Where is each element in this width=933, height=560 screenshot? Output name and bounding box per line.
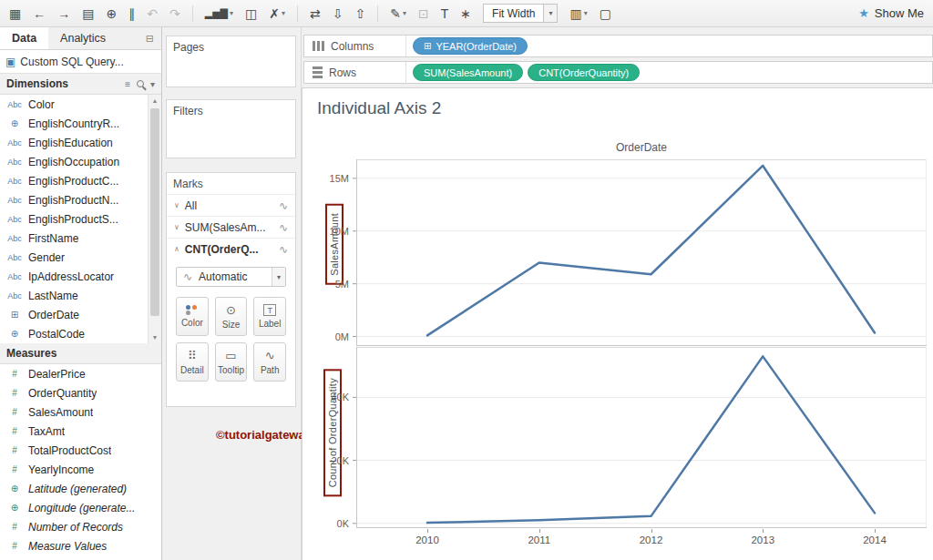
presentation-mode-icon[interactable]: ▢ [600,7,611,20]
undo-icon[interactable]: ↶ [147,7,158,20]
field-englishoccupation[interactable]: AbcEnglishOccupation [0,152,161,171]
pause-updates-icon[interactable]: ∥ [128,7,135,20]
fit-selector[interactable]: Fit Width▾ [483,4,558,23]
marks-layer-sum-salesam[interactable]: ∨SUM(SalesAm...∿ [167,216,295,238]
field-taxamt[interactable]: #TaxAmt [0,422,161,441]
datasource-label: Custom SQL Query... [20,56,123,68]
field-englisheducation[interactable]: AbcEnglishEducation [0,133,161,152]
columns-shelf[interactable]: Columns ⊞YEAR(OrderDate) [303,35,933,57]
search-icon[interactable] [137,80,144,87]
field-englishproductn[interactable]: AbcEnglishProductN... [0,190,161,209]
view-options-icon[interactable]: ≡ [125,79,130,89]
field-type-icon: # [4,369,26,379]
field-label: TotalProductCost [28,444,111,457]
field-type-icon: # [4,407,26,417]
field-type-icon: Abc [4,100,26,109]
field-orderquantity[interactable]: #OrderQuantity [0,383,161,402]
marks-layer-cnt-orderq[interactable]: ∧CNT(OrderQ...∿ [167,238,295,260]
field-firstname[interactable]: AbcFirstName [0,229,161,248]
field-longitude-generate[interactable]: ⊕Longitude (generate... [0,498,161,517]
scroll-down-icon[interactable]: ▼ [149,334,161,341]
field-ipaddresslocator[interactable]: AbcIpAddressLocator [0,267,161,286]
marks-layer-all[interactable]: ∨All∿ [167,194,295,216]
field-latitude-generated[interactable]: ⊕Latitude (generated) [0,479,161,498]
toolbar-separator [377,5,378,22]
redo-icon[interactable]: ↷ [169,7,180,20]
chevron-icon: ∨ [174,223,179,231]
back-icon[interactable]: ← [33,7,46,20]
sort-descending-icon[interactable]: ⇧ [355,7,366,20]
show-me-button[interactable]: ★Show Me [858,6,924,20]
detail-button[interactable]: ⠿Detail [176,342,209,382]
datasource-row[interactable]: ▣ Custom SQL Query... [0,50,161,74]
field-label: EnglishProductC... [28,175,118,188]
mark-type-dropdown[interactable]: ∿ Automatic ▾ [176,267,286,287]
field-measure-values[interactable]: #Measure Values [0,536,161,555]
field-label: EnglishOccupation [28,156,119,168]
pill-label: CNT(OrderQuantity) [538,67,629,78]
chart-panel-orderquantity[interactable]: 0K20K40K [314,347,927,528]
show-hide-cards-icon[interactable]: ▥▾ [569,7,587,20]
color-button[interactable]: Color [176,297,209,336]
pages-shelf[interactable]: Pages [166,36,296,87]
tab-data[interactable]: Data [0,27,48,49]
measures-title: Measures [6,347,56,360]
chevron-down-icon: ▾ [282,10,285,17]
fix-axes-icon[interactable]: ∗ [460,7,471,20]
chart-panel-salesamount[interactable]: 0M5M10M15M [314,159,927,346]
add-datasource-icon[interactable]: ⊕ [106,7,117,20]
clear-sheet-icon[interactable]: ✗▾ [269,7,285,20]
pane-tabs: Data Analytics ⊟ [0,27,161,50]
measures-list: #DealerPrice#OrderQuantity#SalesAmount#T… [0,364,161,555]
label-icon: T [263,304,276,316]
pill-sum-salesamount[interactable]: SUM(SalesAmount) [413,64,523,81]
rows-shelf[interactable]: Rows SUM(SalesAmount)CNT(OrderQuantity) [303,61,933,84]
field-englishproducts[interactable]: AbcEnglishProductS... [0,209,161,229]
scroll-up-icon[interactable]: ▲ [149,97,161,104]
pane-options-icon[interactable]: ⊟ [138,27,161,49]
tableau-logo-icon[interactable]: ▦ [9,7,21,20]
field-englishproductc[interactable]: AbcEnglishProductC... [0,171,161,190]
size-button[interactable]: ⊙Size [215,297,248,336]
swap-axes-icon[interactable]: ⇄ [310,7,321,20]
new-worksheet-icon[interactable]: ▂▅▇▾ [205,8,233,18]
chevron-down-icon: ▾ [403,10,406,17]
pill-year-orderdate[interactable]: ⊞YEAR(OrderDate) [413,37,528,55]
field-number-of-records[interactable]: #Number of Records [0,517,161,536]
chevron-down-icon[interactable]: ▾ [150,79,155,89]
field-yearlyincome[interactable]: #YearlyIncome [0,460,161,479]
field-lastname[interactable]: AbcLastName [0,286,161,305]
field-englishcountryr[interactable]: ⊕EnglishCountryR... [0,114,161,133]
field-totalproductcost[interactable]: #TotalProductCost [0,441,161,460]
field-postalcode[interactable]: ⊕PostalCode [0,324,161,343]
field-gender[interactable]: AbcGender [0,248,161,267]
label-button[interactable]: TLabel [253,297,286,336]
duplicate-sheet-icon[interactable]: ◫ [245,7,257,20]
pill-label: YEAR(OrderDate) [436,41,517,52]
scrollbar-thumb[interactable] [150,108,159,316]
pill-label: SUM(SalesAmount) [424,67,512,78]
field-label: DealerPrice [28,368,86,381]
rows-shelf-label: Rows [304,62,406,83]
forward-icon[interactable]: → [57,7,70,20]
field-salesamount[interactable]: #SalesAmount [0,402,161,422]
sort-ascending-icon[interactable]: ⇩ [333,7,343,20]
data-pane: Data Analytics ⊟ ▣ Custom SQL Query... D… [0,27,162,560]
highlight-icon[interactable]: ✎▾ [390,7,406,20]
save-icon[interactable]: ▤ [82,7,94,20]
filters-shelf[interactable]: Filters [166,99,296,158]
field-color[interactable]: AbcColor [0,95,161,114]
rows-label: Rows [329,66,356,79]
dimensions-scrollbar[interactable]: ▲ ▼ [148,95,161,343]
tab-analytics[interactable]: Analytics [48,27,118,49]
field-dealerprice[interactable]: #DealerPrice [0,364,161,383]
path-button[interactable]: ∿Path [253,342,286,382]
field-orderdate[interactable]: ⊞OrderDate [0,305,161,324]
svg-text:15M: 15M [330,173,349,184]
show-mark-labels-icon[interactable]: T [441,7,449,20]
datasource-icon: ▣ [5,56,15,68]
group-members-icon[interactable]: ⊡ [418,7,429,20]
tooltip-button[interactable]: ▭Tooltip [215,342,248,382]
pill-cnt-orderquantity[interactable]: CNT(OrderQuantity) [528,64,640,81]
field-type-icon: Abc [4,234,26,243]
